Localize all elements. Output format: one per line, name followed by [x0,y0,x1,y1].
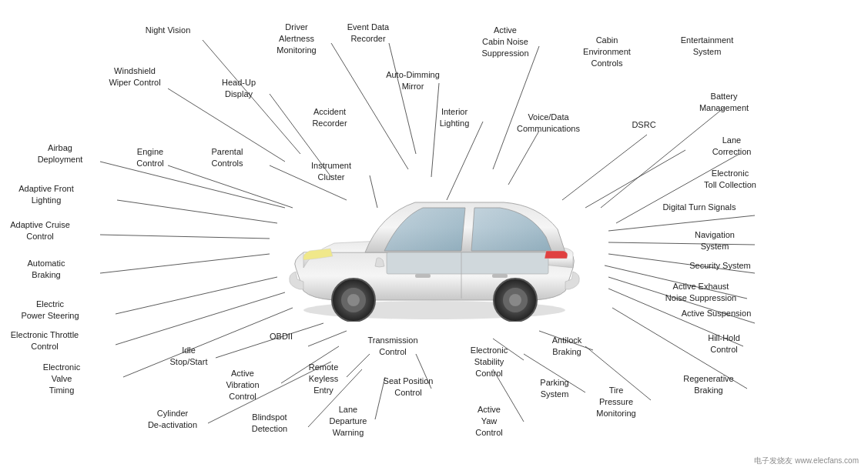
label-active-suspension: Active Suspension [674,308,759,319]
label-hill-hold: Hill-HoldControl [682,332,766,356]
label-auto-dimming-mirror: Auto-DimmingMirror [370,69,455,92]
label-electric-power-steering: ElectricPower Steering [8,299,92,322]
svg-rect-1 [387,252,548,274]
label-airbag-deployment: AirbagDeployment [18,142,102,165]
svg-line-32 [389,43,416,154]
label-antilock-braking: AntilockBraking [524,335,609,358]
label-security-system: Security System [678,260,762,272]
label-voice-data-comm: Voice/DataCommunications [506,112,591,135]
label-engine-control: EngineControl [108,146,193,169]
svg-rect-10 [492,274,508,278]
label-active-vibration: ActiveVibrationControl [200,368,285,402]
label-accident-recorder: AccidentRecorder [287,106,372,129]
label-entertainment-system: EntertainmentSystem [665,35,749,58]
label-electronic-stability: ElectronicStabilityControl [447,345,531,379]
label-tire-pressure: TirePressureMonitoring [574,385,659,419]
label-seat-position: Seat PositionControl [366,376,451,399]
label-electronic-toll: ElectronicToll Collection [688,168,772,191]
label-regenerative-braking: RegenerativeBraking [666,373,751,396]
label-electronic-throttle: Electronic ThrottleControl [2,329,87,352]
diagram-container: Night VisionDriverAlertnessMonitoringEve… [0,0,868,474]
svg-line-35 [493,46,539,169]
svg-line-21 [116,277,277,314]
label-instrument-cluster: InstrumentCluster [289,160,374,183]
label-dsrc: DSRC [602,119,686,131]
label-windshield-wiper: WindshieldWiper Control [92,65,177,88]
label-battery-management: BatteryManagement [682,91,766,114]
label-adaptive-cruise: Adaptive CruiseControl [0,219,82,242]
label-cylinder-deactivation: CylinderDe-activation [130,408,215,431]
label-remote-keyless: RemoteKeylessEntry [281,362,366,396]
label-idle-stop-start: IdleStop/Start [146,345,231,368]
label-head-up-display: Head-UpDisplay [196,77,281,100]
label-event-data-recorder: Event DataRecorder [326,22,411,45]
label-lane-departure: LaneDepartureWarning [306,404,390,439]
label-obdii: OBDII [239,331,323,342]
label-electronic-valve: ElectronicValveTiming [19,362,104,396]
svg-line-41 [608,215,755,231]
svg-line-38 [585,150,685,208]
svg-point-8 [509,294,521,306]
label-night-vision: Night Vision [126,25,210,36]
label-interior-lighting: InteriorLighting [412,106,497,129]
label-parental-controls: ParentalControls [185,146,270,169]
label-lane-correction: LaneCorrection [689,135,774,158]
label-active-exhaust: Active ExhaustNoise Suppression [659,281,743,304]
label-cabin-environment: CabinEnvironmentControls [565,35,649,69]
svg-line-18 [117,200,277,223]
label-active-yaw: ActiveYawControl [447,404,531,439]
svg-rect-9 [415,274,431,278]
label-active-cabin-noise: ActiveCabin NoiseSuppression [463,25,548,59]
label-navigation-system: NavigationSystem [672,229,757,252]
label-blindspot-detection: BlindspotDetection [227,412,312,435]
svg-point-5 [347,294,360,306]
label-adaptive-front-lighting: Adaptive FrontLighting [4,183,89,206]
label-transmission-control: TransmissionControl [350,335,435,358]
svg-line-19 [100,235,270,239]
label-automatic-braking: AutomaticBraking [4,258,89,281]
label-digital-turn-signals: Digital Turn Signals [657,202,742,213]
svg-line-20 [100,254,270,273]
watermark: 电子发烧友 www.elecfans.com [751,454,862,468]
